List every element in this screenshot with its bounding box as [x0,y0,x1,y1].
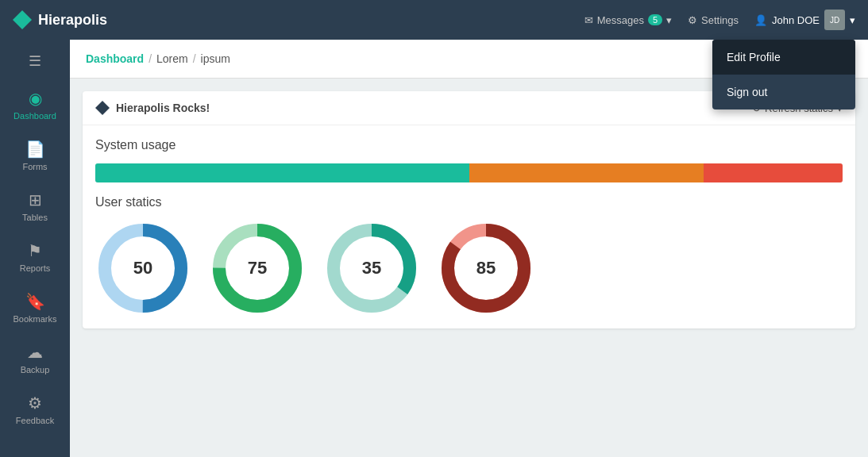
sidebar-item-dashboard-label: Dashboard [14,111,56,121]
messages-caret-icon: ▾ [666,14,672,26]
user-caret-icon: ▾ [850,14,855,26]
sidebar-item-tables-label: Tables [22,213,48,222]
system-usage-title: System usage [95,138,843,152]
panel-title-text: Hierapolis Rocks! [116,102,210,114]
avatar: JD [824,10,845,30]
usage-seg-green [95,163,469,182]
donut-value: 75 [248,258,267,278]
breadcrumb: Dashboard / Lorem / ipsum [86,52,230,65]
breadcrumb-ipsum: ipsum [201,52,230,65]
donut-chart: 35 [324,221,419,316]
brand-name: Hierapolis [38,12,107,29]
bookmarks-icon: 🔖 [25,292,45,311]
sidebar-toggle[interactable]: ☰ [0,46,70,76]
panel-body: System usage User statics 50 [83,125,855,328]
dashboard-icon: ◉ [29,89,42,108]
sign-out-label: Sign out [727,86,767,98]
sidebar-item-backup-label: Backup [21,365,50,374]
messages-nav-item[interactable]: ✉ Messages 5 ▾ [584,14,672,26]
sidebar-item-feedback-label: Feedback [16,416,54,425]
sidebar-item-backup[interactable]: ☁ Backup [0,333,70,384]
sidebar: ☰ ◉ Dashboard 📄 Forms ⊞ Tables ⚑ Reports… [0,40,70,457]
stat-item: 75 [210,221,305,316]
donut-chart: 50 [95,221,191,316]
donut-value: 50 [133,258,152,278]
gear-icon: ⚙ [688,14,697,26]
system-usage-section: System usage [95,138,843,182]
edit-profile-item[interactable]: Edit Profile [712,40,855,75]
messages-badge: 5 [648,14,662,25]
user-menu[interactable]: 👤 John DOE JD ▾ [754,10,855,30]
backup-icon: ☁ [27,343,43,362]
brand: Hierapolis [13,10,584,29]
user-dropdown: Edit Profile Sign out [712,40,855,109]
breadcrumb-dashboard: Dashboard [86,52,144,65]
envelope-icon: ✉ [584,14,593,26]
stat-item: 50 [95,221,191,316]
stats-row: 50 75 35 85 [95,221,843,316]
sidebar-item-bookmarks-label: Bookmarks [13,314,56,324]
main-panel: Hierapolis Rocks! ↻ Refresh statics ▾ Sy… [83,91,855,328]
sidebar-item-bookmarks[interactable]: 🔖 Bookmarks [0,282,70,333]
donut-value: 85 [476,258,496,278]
sidebar-item-reports[interactable]: ⚑ Reports [0,232,70,282]
navbar-right: ✉ Messages 5 ▾ ⚙ Settings 👤 John DOE JD … [584,10,855,30]
usage-seg-red [704,163,843,182]
settings-label: Settings [701,14,739,26]
breadcrumb-lorem: Lorem [156,52,188,65]
sidebar-item-reports-label: Reports [20,263,51,273]
sidebar-item-feedback[interactable]: ⚙ Feedback [0,384,70,435]
forms-icon: 📄 [25,140,45,159]
reports-icon: ⚑ [28,241,42,260]
breadcrumb-sep2: / [193,52,196,65]
user-icon: 👤 [754,14,767,26]
navbar: Hierapolis ✉ Messages 5 ▾ ⚙ Settings 👤 J… [0,0,868,40]
donut-value: 35 [362,258,381,278]
messages-label: Messages [597,14,644,26]
user-statics-section: User statics 50 75 35 85 [95,195,843,316]
edit-profile-label: Edit Profile [727,51,781,63]
sidebar-item-forms[interactable]: 📄 Forms [0,130,70,181]
stat-item: 85 [438,221,534,316]
settings-nav-item[interactable]: ⚙ Settings [688,14,739,26]
donut-chart: 75 [210,221,305,316]
user-name: John DOE [772,14,820,26]
tables-icon: ⊞ [29,190,42,209]
sidebar-item-forms-label: Forms [22,162,47,171]
stat-item: 35 [324,221,419,316]
panel-title: Hierapolis Rocks! [95,101,210,115]
sidebar-item-tables[interactable]: ⊞ Tables [0,181,70,232]
donut-chart: 85 [438,221,534,316]
usage-seg-orange [469,163,704,182]
usage-bar [95,163,843,182]
sidebar-item-dashboard[interactable]: ◉ Dashboard [0,79,70,130]
brand-icon [13,10,32,29]
breadcrumb-sep1: / [149,52,152,65]
feedback-icon: ⚙ [28,394,42,413]
hamburger-icon: ☰ [29,53,41,69]
user-statics-title: User statics [95,195,843,209]
sign-out-item[interactable]: Sign out [712,75,855,109]
panel-title-icon [95,101,110,115]
